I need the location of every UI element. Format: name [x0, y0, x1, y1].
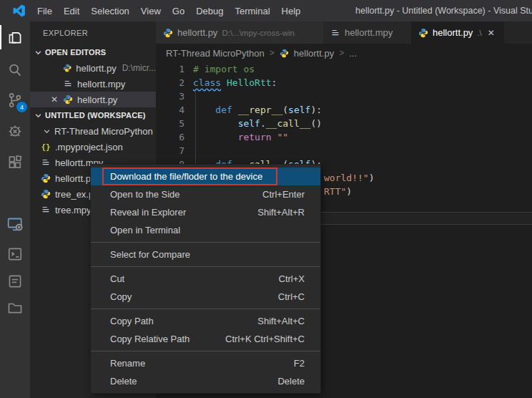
- breadcrumb-file[interactable]: hellortt.py: [294, 48, 334, 59]
- code-line: 4 def __repr__(self):: [156, 103, 532, 117]
- title-bar: File Edit Selection View Go Debug Termin…: [0, 0, 532, 21]
- tab-hellortt-py-active[interactable]: hellortt.py .\ ✕: [411, 21, 504, 44]
- menubar-file[interactable]: File: [31, 0, 58, 21]
- breadcrumb-folder[interactable]: RT-Thread MicroPython: [166, 48, 265, 59]
- extensions-icon[interactable]: [0, 150, 30, 175]
- code-line: 2class HelloRtt:: [156, 76, 532, 89]
- python-icon: [41, 173, 51, 183]
- explorer-icon[interactable]: [0, 25, 30, 49]
- scm-badge: 4: [16, 102, 27, 112]
- mpy-file-icon: [41, 205, 51, 215]
- breadcrumb: RT-Thread MicroPython > hellortt.py > ..…: [156, 44, 532, 62]
- menubar-selection[interactable]: Selection: [85, 0, 134, 21]
- file-path-hint: D:\micr...: [122, 63, 156, 73]
- chevron-right-icon: >: [339, 48, 344, 58]
- source-control-icon[interactable]: 4: [0, 88, 30, 112]
- menu-item-delete[interactable]: Delete Delete: [91, 372, 320, 390]
- mpy-file-icon: [63, 79, 73, 89]
- menu-separator: [91, 266, 320, 267]
- terminal-icon[interactable]: [0, 242, 30, 266]
- code-line: 3: [156, 89, 532, 103]
- tree-folder-rt-thread-micropython[interactable]: RT-Thread MicroPython: [30, 123, 156, 139]
- menu-item-copy[interactable]: Copy Ctrl+C: [91, 288, 320, 306]
- open-editor-item[interactable]: hellortt.py D:\micr...: [30, 60, 156, 76]
- search-icon[interactable]: [0, 58, 30, 82]
- tab-bar: hellortt.py D:\...\mpy-cross-win hellort…: [156, 21, 532, 44]
- tab-hellortt-mpy[interactable]: hellortt.mpy: [323, 21, 411, 44]
- menu-item-select-for-compare[interactable]: Select for Compare: [91, 246, 320, 263]
- open-editor-item[interactable]: hellortt.mpy: [30, 76, 156, 92]
- vscode-window: File Edit Selection View Go Debug Termin…: [0, 0, 532, 398]
- python-icon: [63, 94, 73, 105]
- menu-item-download-to-device[interactable]: Download the file/floder to the device: [91, 168, 320, 185]
- code-line: 5 self.__call__(): [156, 117, 532, 130]
- chevron-down-icon: [34, 49, 42, 57]
- json-icon: {}: [41, 142, 51, 152]
- menubar-terminal[interactable]: Terminal: [229, 0, 275, 21]
- menubar-edit[interactable]: Edit: [58, 0, 85, 21]
- context-menu: Download the file/floder to the device O…: [90, 164, 321, 394]
- menu-item-copy-relative-path[interactable]: Copy Relative Path Ctrl+K Ctrl+Shift+C: [91, 330, 320, 348]
- python-icon: [280, 49, 289, 58]
- open-editor-item-active[interactable]: ✕ hellortt.py: [30, 92, 156, 107]
- indent-guide: [195, 91, 196, 171]
- window-title: hellortt.py - Untitled (Workspace) - Vis…: [355, 0, 532, 21]
- menubar-help[interactable]: Help: [276, 0, 307, 21]
- menubar-go[interactable]: Go: [167, 0, 190, 21]
- code-line: 1# import os: [156, 62, 532, 76]
- sidebar-title: EXPLORER: [30, 21, 156, 44]
- code-line: 6 return "": [156, 130, 532, 144]
- mpy-file-icon: [330, 28, 340, 38]
- menu-item-open-in-terminal[interactable]: Open in Terminal: [91, 221, 320, 239]
- tree-file-mpyproject-json[interactable]: {} .mpyproject.json: [30, 139, 156, 155]
- micropython-device-icon[interactable]: [0, 212, 30, 236]
- open-editors-header[interactable]: OPEN EDITORS: [30, 44, 156, 60]
- menu-separator: [91, 309, 320, 309]
- menu-item-copy-path[interactable]: Copy Path Shift+Alt+C: [91, 312, 320, 330]
- code-line: 7: [156, 144, 532, 157]
- debug-icon[interactable]: [0, 119, 30, 143]
- menu-item-open-to-side[interactable]: Open to the Side Ctrl+Enter: [91, 185, 320, 203]
- close-icon[interactable]: ✕: [488, 28, 495, 38]
- mpy-file-icon: [41, 157, 51, 168]
- python-icon: [163, 28, 173, 38]
- python-icon: [418, 28, 428, 38]
- chevron-right-icon: >: [270, 48, 275, 58]
- folder-icon[interactable]: [0, 296, 30, 320]
- close-icon[interactable]: ✕: [50, 94, 59, 105]
- menu-item-cut[interactable]: Cut Ctrl+X: [91, 270, 320, 288]
- breadcrumb-symbol[interactable]: ...: [349, 48, 357, 59]
- python-icon: [41, 189, 51, 199]
- workspace-header[interactable]: UNTITLED (WORKSPACE): [30, 107, 156, 123]
- menu-separator: [91, 242, 320, 243]
- chevron-down-icon: [34, 112, 42, 120]
- vscode-logo-icon: [13, 4, 26, 17]
- menubar-view[interactable]: View: [135, 0, 167, 21]
- chevron-down-icon: [43, 127, 51, 135]
- output-icon[interactable]: [0, 269, 30, 293]
- python-icon: [63, 63, 72, 73]
- menu-separator: [91, 351, 320, 351]
- menubar-debug[interactable]: Debug: [190, 0, 229, 21]
- activity-bar: 4: [0, 21, 30, 398]
- tab-hellortt-py-remote[interactable]: hellortt.py D:\...\mpy-cross-win: [156, 21, 323, 44]
- menu-item-reveal-in-explorer[interactable]: Reveal in Explorer Shift+Alt+R: [91, 203, 320, 221]
- menu-item-rename[interactable]: Rename F2: [91, 354, 320, 372]
